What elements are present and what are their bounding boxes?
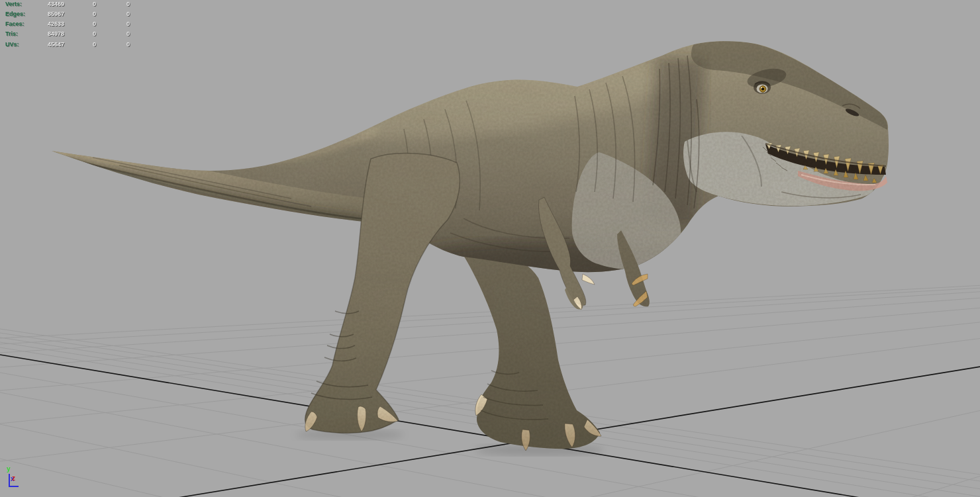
axis-y-label: y: [7, 465, 11, 473]
hud-verts-label: Verts:: [5, 1, 22, 8]
poly-count-hud: Verts: 43469 0 0 Edges: 85967 0 0 Faces:…: [0, 0, 146, 53]
hud-faces-label: Faces:: [5, 21, 24, 28]
hud-faces-total: 42633: [25, 21, 64, 28]
hud-tris-col2: 0: [67, 30, 96, 38]
view-axis-gizmo: y x z: [5, 465, 34, 494]
hud-edges-col3: 0: [101, 11, 130, 18]
axis-y-line: [9, 474, 10, 486]
hud-tris-col3: 0: [101, 30, 130, 38]
axis-z-line: [9, 486, 19, 487]
hud-uvs-label: UVs:: [5, 41, 19, 48]
hud-verts-col2: 0: [67, 1, 96, 8]
hud-row-edges: Edges: 85967 0 0: [0, 11, 146, 18]
hud-verts-col3: 0: [101, 1, 130, 8]
trex-far-leg: [464, 253, 601, 451]
hud-verts-total: 43469: [25, 1, 64, 8]
hud-uvs-col2: 0: [67, 41, 96, 48]
hud-edges-col2: 0: [67, 11, 96, 18]
axis-z-label: z: [12, 474, 15, 482]
hud-faces-col2: 0: [67, 21, 96, 28]
hud-uvs-total: 45647: [25, 41, 64, 48]
hud-row-verts: Verts: 43469 0 0: [0, 1, 146, 8]
grid-line: [0, 308, 980, 390]
hud-row-faces: Faces: 42633 0 0: [0, 21, 146, 28]
hud-row-tris: Tris: 84978 0 0: [0, 30, 146, 38]
hud-tris-total: 84978: [25, 30, 64, 38]
hud-edges-total: 85967: [25, 11, 64, 18]
viewport-canvas[interactable]: [0, 0, 980, 497]
hud-uvs-col3: 0: [101, 41, 130, 48]
hud-row-uvs: UVs: 45647 0 0: [0, 41, 146, 48]
grid-line: [0, 459, 980, 497]
application-window: Verts: 43469 0 0 Edges: 85967 0 0 Faces:…: [0, 0, 980, 497]
hud-tris-label: Tris:: [5, 30, 18, 38]
hud-edges-label: Edges:: [5, 11, 25, 18]
hud-faces-col3: 0: [101, 21, 130, 28]
